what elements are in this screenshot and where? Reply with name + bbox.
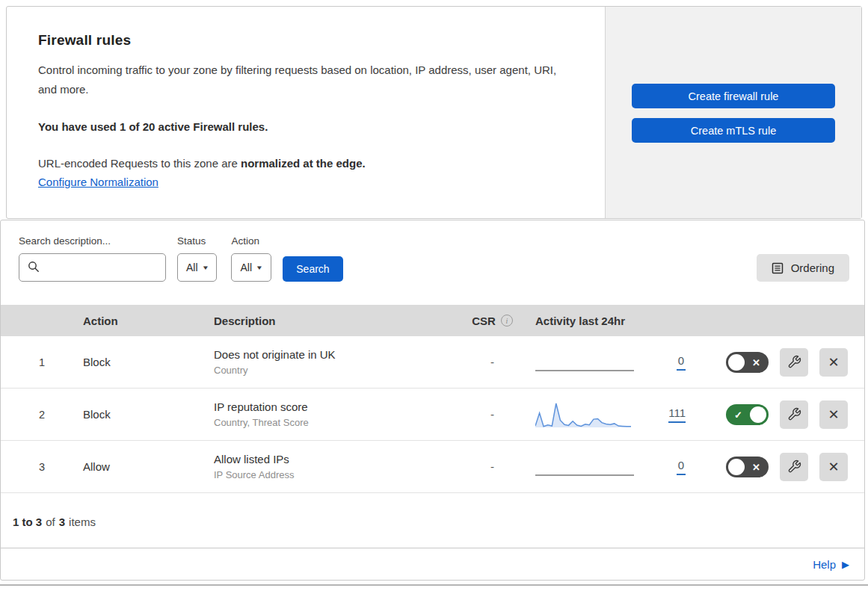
activity-count-link[interactable]: 111 — [668, 406, 686, 423]
rule-priority: 2 — [39, 409, 45, 421]
table-row: 3 Allow Allow listed IPs IP Source Addre… — [1, 441, 864, 493]
header-text-block: Firewall rules Control incoming traffic … — [7, 7, 605, 218]
range-text: 1 to 3 — [13, 516, 42, 528]
firewall-rules-page: Firewall rules Control incoming traffic … — [0, 6, 868, 586]
help-link[interactable]: Help ▶ — [813, 558, 849, 571]
search-group: Search description... — [19, 235, 166, 282]
edit-rule-button[interactable] — [780, 348, 808, 377]
csr-value: - — [490, 356, 494, 368]
rule-toggle[interactable]: ✓ ✕ — [726, 404, 769, 425]
delete-rule-button[interactable]: ✕ — [819, 400, 848, 429]
ordering-button[interactable]: Ordering — [757, 254, 849, 282]
action-group: Action All ▼ — [231, 235, 271, 282]
column-csr-label: CSR — [472, 315, 496, 327]
column-csr: CSR i — [449, 315, 535, 327]
rule-description: IP reputation score — [214, 400, 449, 413]
column-action: Action — [83, 315, 214, 327]
create-firewall-rule-button[interactable]: Create firewall rule — [632, 84, 835, 108]
actions-panel: Create firewall rule Create mTLS rule — [605, 7, 861, 218]
activity-sparkline — [535, 458, 634, 476]
wrench-icon — [787, 407, 801, 421]
rule-action: Allow — [83, 460, 110, 473]
search-icon — [28, 261, 40, 273]
rule-fields: IP Source Address — [214, 469, 449, 480]
delete-rule-button[interactable]: ✕ — [819, 348, 848, 377]
ordering-button-label: Ordering — [791, 262, 834, 274]
close-icon: ✕ — [828, 354, 839, 371]
rule-priority: 3 — [39, 461, 45, 473]
search-label: Search description... — [19, 235, 166, 247]
status-dropdown-value: All — [186, 262, 198, 273]
normalization-bold: normalized at the edge. — [241, 157, 366, 170]
rule-fields: Country — [214, 365, 449, 376]
chevron-down-icon: ▼ — [201, 264, 209, 271]
table-row: 1 Block Does not originate in UK Country… — [1, 336, 864, 389]
page-bottom-edge — [0, 584, 868, 586]
toggle-knob — [728, 459, 745, 475]
pagination-summary: 1 to 3 of 3 items — [1, 493, 864, 548]
activity-count-link[interactable]: 0 — [677, 459, 686, 475]
csr-value: - — [490, 460, 494, 473]
activity-sparkline — [535, 400, 634, 430]
column-activity: Activity last 24hr — [535, 315, 696, 327]
action-dropdown-value: All — [240, 262, 252, 273]
close-icon: ✕ — [828, 459, 839, 475]
rule-toggle[interactable]: ✓ ✕ — [726, 352, 769, 373]
help-bar: Help ▶ — [1, 548, 864, 580]
create-mtls-rule-button[interactable]: Create mTLS rule — [632, 118, 835, 143]
check-icon: ✓ — [734, 409, 742, 420]
page-description: Control incoming traffic to your zone by… — [38, 61, 575, 99]
configure-normalization-link[interactable]: Configure Normalization — [38, 176, 158, 188]
close-icon: ✕ — [828, 406, 839, 423]
status-label: Status — [177, 235, 217, 247]
rule-fields: Country, Threat Score — [214, 417, 449, 428]
normalization-note: URL-encoded Requests to this zone are no… — [38, 157, 575, 170]
usage-summary: You have used 1 of 20 active Firewall ru… — [38, 120, 575, 133]
rule-action: Block — [83, 408, 111, 421]
rule-toggle[interactable]: ✓ ✕ — [726, 457, 769, 477]
rule-action: Block — [83, 356, 111, 368]
activity-count-link[interactable]: 0 — [677, 354, 686, 371]
delete-rule-button[interactable]: ✕ — [819, 453, 848, 481]
rules-list-card: Search description... Status All ▼ Actio — [0, 220, 865, 581]
activity-sparkline — [535, 353, 634, 371]
status-group: Status All ▼ — [177, 235, 217, 282]
filter-bar: Search description... Status All ▼ Actio — [1, 220, 864, 305]
list-document-icon — [772, 262, 784, 274]
rule-priority: 1 — [39, 356, 45, 368]
search-button[interactable]: Search — [283, 256, 343, 282]
rule-description: Allow listed IPs — [214, 453, 449, 465]
total-text: 3 — [59, 516, 65, 528]
status-dropdown[interactable]: All ▼ — [177, 253, 217, 282]
action-label: Action — [231, 235, 271, 247]
normalization-prefix: URL-encoded Requests to this zone are — [38, 157, 241, 170]
of-text: of — [46, 516, 55, 528]
edit-rule-button[interactable] — [780, 453, 808, 481]
items-text: items — [69, 516, 96, 528]
column-description: Description — [214, 315, 449, 327]
page-title: Firewall rules — [38, 32, 575, 49]
wrench-icon — [787, 355, 801, 369]
toggle-knob — [728, 354, 745, 371]
table-row: 2 Block IP reputation score Country, Thr… — [1, 389, 864, 441]
action-dropdown[interactable]: All ▼ — [231, 253, 271, 282]
cross-icon: ✕ — [752, 461, 760, 472]
wrench-icon — [787, 460, 801, 474]
table-header: Action Description CSR i Activity last 2… — [1, 305, 864, 336]
rule-description: Does not originate in UK — [214, 348, 449, 361]
search-input[interactable] — [19, 253, 166, 282]
toggle-knob — [750, 406, 766, 423]
csr-value: - — [490, 408, 494, 421]
edit-rule-button[interactable] — [780, 400, 808, 429]
play-arrow-icon: ▶ — [842, 559, 849, 570]
chevron-down-icon: ▼ — [256, 264, 263, 271]
help-link-label: Help — [813, 558, 836, 571]
info-icon[interactable]: i — [501, 315, 513, 327]
cross-icon: ✕ — [752, 356, 760, 368]
header-card: Firewall rules Control incoming traffic … — [6, 6, 862, 219]
